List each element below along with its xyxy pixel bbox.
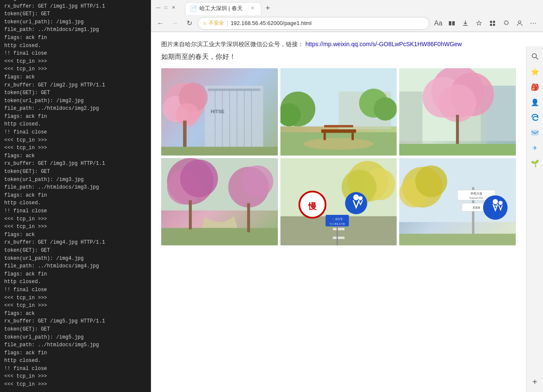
image-4 xyxy=(161,158,278,245)
svg-rect-7 xyxy=(205,86,263,150)
window-controls: — □ ✕ xyxy=(155,5,176,11)
browser-tab[interactable]: 📄 哈工大深圳 | 春天 × xyxy=(185,2,261,15)
forward-button[interactable]: → xyxy=(169,17,181,29)
svg-point-73 xyxy=(415,165,448,197)
svg-text:Xueyuan Ave.: Xueyuan Ave. xyxy=(469,197,484,199)
svg-rect-8 xyxy=(208,89,260,91)
collections-button[interactable] xyxy=(486,17,499,30)
svg-text:学苑大道: 学苑大道 xyxy=(470,192,482,195)
svg-point-47 xyxy=(180,159,218,197)
url-input[interactable] xyxy=(231,20,424,26)
svg-rect-0 xyxy=(449,21,451,25)
terminal-panel: <<< tcp_in >>> flags: ack <<< tcp_in >>>… xyxy=(0,0,151,392)
svg-text:慢: 慢 xyxy=(308,202,317,211)
address-bar: ← → ↻ ⚠ 不安全 | Aa xyxy=(151,15,543,32)
tab-title: 哈工大深圳 | 春天 xyxy=(199,5,247,12)
page-title: 如期而至的春天，你好！ xyxy=(161,53,516,61)
security-text: 不安全 xyxy=(209,19,224,27)
tabs-bar: 📄 哈工大深圳 | 春天 × + xyxy=(182,0,277,15)
svg-point-69 xyxy=(358,196,363,200)
sidebar-edge-icon[interactable] xyxy=(528,111,542,124)
sidebar-plant-button[interactable]: 🌱 xyxy=(528,156,542,170)
svg-point-29 xyxy=(304,138,374,150)
svg-rect-5 xyxy=(493,24,495,26)
svg-rect-51 xyxy=(189,200,192,230)
extensions-button[interactable] xyxy=(500,17,512,30)
sidebar-collections-button[interactable]: 🎒 xyxy=(528,80,542,94)
svg-text:行人 请走人行道: 行人 请走人行道 xyxy=(329,222,345,225)
svg-rect-1 xyxy=(452,21,455,25)
right-sidebar: ⭐ 🎒 👤 ✈ 🌱 + xyxy=(526,46,543,392)
sidebar-search-button[interactable] xyxy=(528,50,542,63)
svg-text:←  自行车: ← 自行车 xyxy=(332,217,343,220)
svg-rect-30 xyxy=(321,129,356,133)
svg-rect-50 xyxy=(161,228,278,245)
svg-point-84 xyxy=(498,201,503,205)
image-1: HITSE xyxy=(161,68,278,156)
title-bar: — □ ✕ 📄 哈工大深圳 | 春天 × + xyxy=(151,0,543,15)
toolbar-icons: Aa ⋯ xyxy=(432,17,540,30)
maximize-button[interactable]: □ xyxy=(163,5,169,11)
security-icon: ⚠ xyxy=(203,20,206,26)
image-6: 学苑大道 Xueyuan Ave. 某某路 xyxy=(399,158,516,245)
address-separator: | xyxy=(227,20,228,26)
svg-rect-33 xyxy=(351,133,353,140)
svg-text:HITSE: HITSE xyxy=(211,109,224,114)
svg-rect-80 xyxy=(399,234,516,245)
tab-favicon-icon: 📄 xyxy=(190,5,197,12)
sidebar-profile-button[interactable]: 👤 xyxy=(528,95,542,109)
source-text: 图片来自哈尔滨工业大学深圳校区微信公众号，链接： xyxy=(161,41,304,47)
image-2 xyxy=(280,68,397,156)
svg-point-82 xyxy=(493,199,498,204)
svg-line-86 xyxy=(536,58,538,60)
svg-rect-20 xyxy=(161,147,278,156)
svg-rect-31 xyxy=(324,125,353,127)
download-button[interactable] xyxy=(459,17,472,30)
reload-button[interactable]: ↻ xyxy=(183,17,195,29)
minimize-button[interactable]: — xyxy=(155,5,161,11)
image-grid: HITSE xyxy=(161,68,516,245)
svg-rect-66 xyxy=(336,226,338,245)
reader-mode-button[interactable]: Aa xyxy=(432,17,445,30)
svg-point-68 xyxy=(353,195,359,200)
favorites-button[interactable] xyxy=(473,17,485,30)
browser-panel: — □ ✕ 📄 哈工大深圳 | 春天 × + ← → ↻ ⚠ 不安全 xyxy=(151,0,543,392)
sidebar-favorites-button[interactable]: ⭐ xyxy=(528,65,542,78)
svg-rect-60 xyxy=(333,236,344,239)
image-5: 慢 ← 自行车 行人 请走人行道 xyxy=(280,158,397,245)
settings-more-button[interactable]: ⋯ xyxy=(527,17,540,30)
image-3 xyxy=(399,68,516,156)
svg-rect-3 xyxy=(493,21,495,23)
page-content: 图片来自哈尔滨工业大学深圳校区微信公众号，链接： https://mp.weix… xyxy=(151,32,526,392)
svg-rect-52 xyxy=(247,203,250,232)
profile-button[interactable] xyxy=(513,17,526,30)
svg-rect-32 xyxy=(323,133,325,140)
svg-point-6 xyxy=(518,21,521,23)
svg-rect-4 xyxy=(490,24,492,26)
sidebar-outlook-button[interactable] xyxy=(528,126,542,139)
back-button[interactable]: ← xyxy=(154,17,166,29)
svg-point-27 xyxy=(373,97,397,121)
sidebar-telegram-button[interactable]: ✈ xyxy=(528,141,542,155)
svg-rect-35 xyxy=(399,92,423,144)
svg-rect-2 xyxy=(490,21,492,23)
svg-rect-87 xyxy=(532,130,538,135)
svg-point-18 xyxy=(176,103,199,126)
svg-rect-59 xyxy=(333,228,344,230)
close-button[interactable]: ✕ xyxy=(171,5,176,11)
browser-chrome: — □ ✕ 📄 哈工大深圳 | 春天 × + ← → ↻ ⚠ 不安全 xyxy=(151,0,543,32)
new-tab-button[interactable]: + xyxy=(262,2,274,15)
sidebar-add-button[interactable]: + xyxy=(528,375,542,389)
svg-point-81 xyxy=(483,195,508,220)
svg-point-49 xyxy=(241,165,274,197)
source-line: 图片来自哈尔滨工业大学深圳校区微信公众号，链接： https://mp.weix… xyxy=(161,41,516,48)
immersive-reader-button[interactable] xyxy=(445,17,458,30)
address-input-wrap: ⚠ 不安全 | xyxy=(198,17,429,30)
svg-text:某某路: 某某路 xyxy=(473,206,480,209)
source-link[interactable]: https://mp.weixin.qq.com/s/-GO8LwPcSK1HW… xyxy=(305,41,462,47)
tab-close-button[interactable]: × xyxy=(249,5,256,12)
svg-rect-43 xyxy=(399,144,516,156)
